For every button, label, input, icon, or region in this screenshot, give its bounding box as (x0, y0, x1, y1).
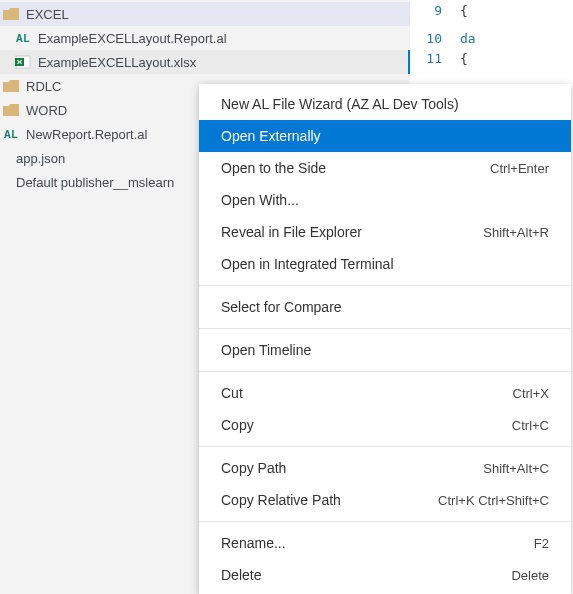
menu-label: Delete (221, 567, 261, 583)
menu-open-externally[interactable]: Open Externally (199, 120, 571, 152)
menu-cut[interactable]: Cut Ctrl+X (199, 377, 571, 409)
menu-label: New AL File Wizard (AZ AL Dev Tools) (221, 96, 459, 112)
menu-label: Open in Integrated Terminal (221, 256, 394, 272)
menu-shortcut: Ctrl+X (513, 386, 549, 401)
menu-shortcut: Ctrl+K Ctrl+Shift+C (438, 493, 549, 508)
menu-label: Cut (221, 385, 243, 401)
menu-open-timeline[interactable]: Open Timeline (199, 334, 571, 366)
file-label: Default publisher__mslearn (16, 175, 174, 190)
menu-label: Open to the Side (221, 160, 326, 176)
file-example-xlsx[interactable]: ExampleEXCELLayout.xlsx (0, 50, 410, 74)
file-label: NewReport.Report.al (26, 127, 147, 142)
menu-copy-path[interactable]: Copy Path Shift+Alt+C (199, 452, 571, 484)
menu-label: Reveal in File Explorer (221, 224, 362, 240)
menu-shortcut: Ctrl+C (512, 418, 549, 433)
menu-open-terminal[interactable]: Open in Integrated Terminal (199, 248, 571, 280)
line-number: 10 (410, 31, 460, 46)
menu-copy[interactable]: Copy Ctrl+C (199, 409, 571, 441)
al-file-icon: AL (14, 29, 32, 47)
file-label: ExampleEXCELLayout.xlsx (38, 55, 196, 70)
menu-separator (199, 521, 571, 522)
folder-icon (2, 77, 20, 95)
menu-select-compare[interactable]: Select for Compare (199, 291, 571, 323)
menu-open-to-side[interactable]: Open to the Side Ctrl+Enter (199, 152, 571, 184)
menu-shortcut: Shift+Alt+C (483, 461, 549, 476)
menu-open-with[interactable]: Open With... (199, 184, 571, 216)
menu-separator (199, 371, 571, 372)
file-label: app.json (16, 151, 65, 166)
folder-label: RDLC (26, 79, 61, 94)
menu-rename[interactable]: Rename... F2 (199, 527, 571, 559)
menu-shortcut: Delete (511, 568, 549, 583)
file-example-report-al[interactable]: AL ExampleEXCELLayout.Report.al (0, 26, 410, 50)
menu-label: Copy Relative Path (221, 492, 341, 508)
folder-icon (2, 101, 20, 119)
folder-excel[interactable]: EXCEL (0, 2, 410, 26)
code-line[interactable]: 10 da (410, 28, 573, 48)
code-text: { (460, 51, 468, 66)
menu-label: Open Timeline (221, 342, 311, 358)
menu-label: Copy Path (221, 460, 286, 476)
line-number: 9 (410, 3, 460, 18)
menu-reveal-explorer[interactable]: Reveal in File Explorer Shift+Alt+R (199, 216, 571, 248)
menu-separator (199, 446, 571, 447)
folder-icon (2, 5, 20, 23)
line-number: 11 (410, 51, 460, 66)
code-line[interactable]: 11 { (410, 48, 573, 68)
menu-new-al-wizard[interactable]: New AL File Wizard (AZ AL Dev Tools) (199, 88, 571, 120)
code-line[interactable]: 9 { (410, 0, 573, 20)
menu-delete[interactable]: Delete Delete (199, 559, 571, 591)
menu-label: Copy (221, 417, 254, 433)
menu-shortcut: Ctrl+Enter (490, 161, 549, 176)
menu-label: Select for Compare (221, 299, 342, 315)
menu-label: Rename... (221, 535, 286, 551)
menu-separator (199, 285, 571, 286)
folder-label: EXCEL (26, 7, 69, 22)
excel-file-icon (14, 53, 32, 71)
menu-shortcut: F2 (534, 536, 549, 551)
folder-label: WORD (26, 103, 67, 118)
menu-label: Open Externally (221, 128, 321, 144)
al-file-icon: AL (2, 125, 20, 143)
menu-separator (199, 328, 571, 329)
menu-label: Open With... (221, 192, 299, 208)
code-text: { (460, 3, 468, 18)
menu-shortcut: Shift+Alt+R (483, 225, 549, 240)
code-text: da (460, 31, 476, 46)
menu-copy-relative-path[interactable]: Copy Relative Path Ctrl+K Ctrl+Shift+C (199, 484, 571, 516)
file-label: ExampleEXCELLayout.Report.al (38, 31, 227, 46)
context-menu: New AL File Wizard (AZ AL Dev Tools) Ope… (199, 84, 571, 594)
